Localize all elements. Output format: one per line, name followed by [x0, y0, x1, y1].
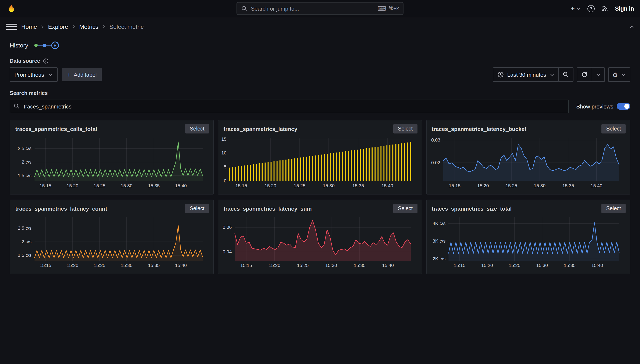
news-button[interactable] [602, 5, 608, 12]
chevron-right-icon [102, 24, 106, 29]
grafana-flame-icon [6, 4, 16, 14]
svg-text:2 c/s: 2 c/s [22, 159, 31, 165]
history-row: History [10, 40, 630, 51]
metrics-panel-grid: traces_spanmetrics_calls_total Select 1.… [10, 120, 630, 274]
breadcrumb-metrics[interactable]: Metrics [79, 23, 98, 30]
add-label-text: Add label [74, 72, 97, 78]
select-metric-button[interactable]: Select [185, 204, 209, 213]
svg-text:15:40: 15:40 [591, 263, 603, 268]
menu-toggle-icon[interactable] [6, 24, 17, 30]
omnibar-search[interactable]: Search or jump to... ⌨ ⌘+k [236, 2, 404, 15]
panel-title: traces_spanmetrics_latency_bucket [432, 126, 526, 132]
refresh-button[interactable] [577, 68, 592, 82]
chevron-down-icon [596, 72, 600, 77]
collapse-toolbar-button[interactable] [630, 24, 634, 29]
search-icon [14, 103, 20, 109]
time-range-picker[interactable]: Last 30 minutes [493, 68, 558, 82]
settings-button[interactable]: ⚙ [608, 68, 630, 82]
refresh-interval-button[interactable] [592, 68, 604, 82]
svg-text:10: 10 [222, 150, 226, 156]
history-timeline [34, 42, 59, 49]
svg-text:15:25: 15:25 [294, 183, 306, 188]
svg-text:15:25: 15:25 [94, 263, 105, 268]
svg-text:2.5 c/s: 2.5 c/s [18, 226, 32, 231]
chevron-down-icon [48, 72, 53, 77]
chevron-down-icon [576, 6, 581, 11]
explore-metrics-content: History Data source Prometheus [0, 40, 640, 274]
select-metric-button[interactable]: Select [185, 124, 209, 134]
history-current-step[interactable] [51, 42, 59, 49]
panel-title: traces_spanmetrics_latency_sum [224, 205, 312, 212]
svg-text:15:20: 15:20 [66, 263, 78, 268]
svg-text:0: 0 [224, 178, 226, 184]
keyboard-icon: ⌨ [378, 6, 386, 12]
select-metric-button[interactable]: Select [602, 204, 626, 213]
datasource-label: Data source [10, 58, 40, 64]
history-connector [38, 45, 42, 46]
zoom-out-icon [562, 71, 569, 78]
grafana-app: Search or jump to... ⌨ ⌘+k + ? [0, 0, 640, 364]
metric-preview-chart: 05101515:1515:2015:2515:3015:3515:40 [219, 134, 421, 192]
svg-text:2K c/s: 2K c/s [432, 256, 446, 262]
metric-panel-latency-sum: traces_spanmetrics_latency_sum Select 0.… [218, 200, 422, 274]
svg-text:1.5 c/s: 1.5 c/s [18, 173, 32, 178]
help-button[interactable]: ? [588, 5, 595, 12]
svg-text:15:30: 15:30 [326, 263, 337, 268]
sign-in-button[interactable]: Sign in [615, 5, 634, 12]
svg-text:2.5 c/s: 2.5 c/s [18, 146, 32, 151]
refresh-icon [581, 71, 588, 78]
breadcrumb-bar: Home Explore Metrics Select metric [0, 17, 640, 36]
search-metrics-row: Show previews [10, 100, 630, 113]
show-previews-toggle[interactable] [617, 103, 630, 110]
svg-text:15:25: 15:25 [94, 183, 105, 188]
svg-text:15:35: 15:35 [352, 183, 364, 188]
history-step-dot[interactable] [34, 44, 38, 47]
svg-text:5: 5 [224, 164, 226, 170]
zoom-out-time-button[interactable] [558, 68, 573, 82]
metric-panel-latency: traces_spanmetrics_latency Select 051015… [218, 120, 422, 194]
select-metric-button[interactable]: Select [393, 204, 418, 213]
svg-text:15:15: 15:15 [240, 263, 252, 268]
select-metric-button[interactable]: Select [393, 124, 418, 134]
svg-text:15:20: 15:20 [481, 263, 493, 268]
svg-text:0.03: 0.03 [431, 137, 440, 142]
datasource-picker[interactable]: Prometheus [10, 68, 58, 82]
history-connector [46, 45, 51, 46]
breadcrumb-home[interactable]: Home [21, 23, 37, 30]
panel-title: traces_spanmetrics_calls_total [15, 126, 97, 132]
svg-text:15:15: 15:15 [236, 183, 247, 188]
svg-text:15:15: 15:15 [40, 263, 51, 268]
svg-text:15:40: 15:40 [382, 263, 394, 268]
add-label-button[interactable]: + Add label [62, 68, 102, 81]
svg-text:15:20: 15:20 [477, 183, 489, 188]
svg-text:15:30: 15:30 [121, 263, 132, 268]
metric-preview-chart: 0.020.0315:1515:2015:2515:3015:3515:40 [428, 134, 629, 192]
select-metric-button[interactable]: Select [602, 124, 626, 134]
svg-text:15:40: 15:40 [175, 183, 187, 188]
svg-text:15:35: 15:35 [148, 183, 160, 188]
svg-text:15:25: 15:25 [508, 263, 520, 268]
plus-icon: + [67, 72, 71, 78]
metric-preview-chart: 1.5 c/s2 c/s2.5 c/s15:1515:2015:2515:301… [11, 134, 212, 192]
svg-text:0.02: 0.02 [431, 160, 440, 165]
history-step-dot[interactable] [42, 44, 46, 47]
svg-text:15:20: 15:20 [269, 263, 280, 268]
plus-icon: + [570, 5, 575, 12]
breadcrumb-explore[interactable]: Explore [48, 23, 68, 30]
chevron-up-icon [630, 24, 634, 29]
grafana-logo[interactable] [6, 3, 17, 14]
add-menu-button[interactable]: + [570, 5, 581, 12]
svg-text:15:40: 15:40 [382, 183, 393, 188]
svg-text:15:30: 15:30 [534, 183, 545, 188]
svg-text:15:30: 15:30 [323, 183, 335, 188]
svg-text:15:35: 15:35 [562, 183, 574, 188]
history-label: History [10, 42, 28, 49]
svg-text:15:20: 15:20 [265, 183, 276, 188]
search-metrics-input[interactable] [10, 100, 568, 113]
search-metrics-label: Search metrics [10, 90, 48, 96]
svg-text:15:35: 15:35 [564, 263, 575, 268]
rss-icon [602, 5, 608, 12]
svg-text:0.04: 0.04 [223, 249, 232, 254]
svg-text:15:30: 15:30 [121, 183, 132, 188]
svg-text:15:15: 15:15 [454, 263, 466, 268]
